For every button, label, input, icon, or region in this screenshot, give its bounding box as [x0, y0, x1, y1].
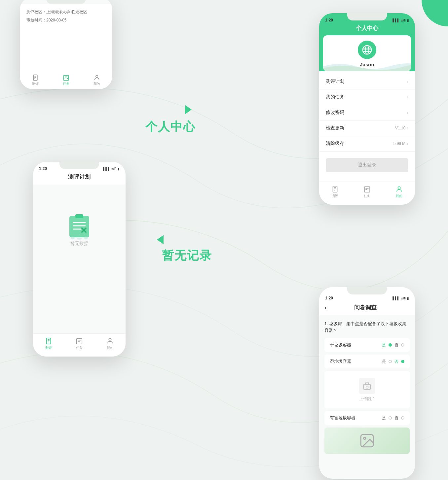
review-time: 审核时间：2020-08-05	[26, 17, 106, 23]
menu-item-change-pw[interactable]: 修改密码 ›	[319, 105, 415, 120]
svg-point-28	[71, 237, 75, 239]
chevron-pw: ›	[407, 110, 408, 115]
chevron-tasks: ›	[407, 94, 408, 100]
phone-top-left: 测评校区：上海海洋大学-临港校区 审核时间：2020-08-05 测评 任务	[20, 0, 112, 89]
mine-tab-icon	[395, 186, 403, 193]
upload-area[interactable]: 上传图片	[324, 371, 410, 408]
battery-icon-a: ▮	[118, 167, 120, 171]
tab-assessment-tl[interactable]: 测评	[32, 74, 39, 86]
menu-label-change-pw: 修改密码	[326, 110, 344, 116]
option-harmful-waste: 有害垃圾容器 是 否	[324, 411, 410, 425]
tab-label-assessment-a: 测评	[45, 346, 52, 350]
section-label-personal: 个人中心	[145, 119, 196, 135]
battery-icon-s: ▮	[407, 296, 409, 300]
phone-survey: 1:20 ▌▌▌ wifi ▮ ‹ 问卷调查 1. 垃圾房、集中点是否配备了以下…	[319, 287, 415, 479]
empty-state: 暂无数据	[33, 185, 126, 247]
status-icons-personal: ▌▌▌ wifi ▮	[392, 18, 409, 22]
option-dry-waste: 干垃圾容器 是 否	[324, 338, 410, 352]
menu-item-clear-cache[interactable]: 清除缓存 5.99 M ›	[319, 136, 415, 152]
status-time-assessment: 1:20	[39, 166, 47, 171]
svg-point-7	[96, 75, 98, 78]
status-icons-survey: ▌▌▌ wifi ▮	[392, 296, 409, 300]
tab-label-task-a: 任务	[76, 346, 83, 350]
chevron-cache: ›	[407, 141, 408, 146]
radio-yes-harmful[interactable]	[389, 416, 392, 420]
option-wet-waste: 湿垃圾容器 是 否	[324, 355, 410, 368]
radio-yes-label-harmful: 是	[382, 415, 386, 421]
signal-icon-a: ▌▌▌	[103, 167, 110, 171]
tab-assessment-a[interactable]: 测评	[45, 337, 52, 350]
menu-right-pw: ›	[407, 110, 408, 115]
radio-group-harmful: 是 否	[382, 415, 404, 421]
option-label-harmful: 有害垃圾容器	[330, 415, 355, 421]
phone-notch-survey	[347, 287, 387, 294]
radio-group-wet: 是 否	[382, 359, 404, 364]
version-value: V1.10	[395, 126, 405, 130]
survey-header: ‹ 问卷调查	[319, 301, 415, 315]
radio-yes-wet[interactable]	[389, 360, 392, 363]
avatar	[358, 41, 376, 59]
wifi-icon-s: wifi	[401, 296, 406, 300]
menu-label-my-tasks: 我的任务	[326, 94, 344, 100]
task-icon-a	[76, 337, 83, 345]
task-tab-icon	[363, 186, 371, 193]
tab-task-personal[interactable]: 任务	[363, 186, 371, 198]
svg-point-29	[77, 238, 82, 240]
option-label-dry: 干垃圾容器	[330, 342, 351, 348]
menu-label-clear-cache: 清除缓存	[326, 141, 344, 147]
assessment-tab-icon	[331, 186, 339, 193]
radio-no-harmful[interactable]	[401, 416, 404, 420]
battery-icon: ▮	[407, 18, 409, 22]
tab-assessment-personal[interactable]: 测评	[331, 186, 339, 198]
phone-notch-assessment	[59, 162, 99, 169]
empty-icon	[66, 211, 93, 241]
radio-no-label-dry: 否	[394, 342, 398, 348]
svg-point-38	[109, 339, 111, 341]
status-time-personal: 1:20	[325, 18, 333, 22]
phone-notch-personal	[347, 13, 387, 20]
menu-label-assessment-plan: 测评计划	[326, 79, 344, 85]
signal-icon-s: ▌▌▌	[392, 296, 399, 300]
tab-label-assessment-tl: 测评	[32, 82, 39, 86]
svg-point-40	[366, 386, 368, 388]
menu-list: 测评计划 › 我的任务 › 修改密码 › 检查更新 V1.10 › 清除缓存	[319, 74, 415, 152]
radio-yes-dry[interactable]	[389, 343, 392, 347]
phone-notch-tl	[46, 0, 86, 4]
tab-label-task-tl: 任务	[63, 82, 69, 86]
menu-item-my-tasks[interactable]: 我的任务 ›	[319, 89, 415, 105]
tab-mine-personal[interactable]: 我的	[395, 186, 403, 198]
back-button[interactable]: ‹	[324, 304, 327, 311]
survey-question: 1. 垃圾房、集中点是否配备了以下垃圾收集容器？	[324, 321, 410, 333]
radio-no-dry[interactable]	[401, 343, 404, 347]
radio-no-wet[interactable]	[401, 360, 404, 363]
tab-task-a[interactable]: 任务	[76, 337, 83, 350]
tab-label-mine-a: 我的	[107, 346, 113, 350]
status-icons-assessment: ▌▌▌ wifi ▮	[103, 167, 120, 171]
survey-image	[324, 428, 410, 454]
bottom-tab-bar-tl: 测评 任务 我的	[20, 71, 112, 89]
svg-point-20	[398, 187, 400, 189]
survey-content: 1. 垃圾房、集中点是否配备了以下垃圾收集容器？ 干垃圾容器 是 否 湿垃圾容器…	[319, 315, 415, 459]
menu-item-assessment-plan[interactable]: 测评计划 ›	[319, 74, 415, 89]
tab-bar-assessment: 测评 任务 我的	[33, 333, 126, 357]
menu-item-check-update[interactable]: 检查更新 V1.10 ›	[319, 120, 415, 136]
radio-group-dry: 是 否	[382, 342, 404, 348]
menu-right-tasks: ›	[407, 94, 408, 100]
corner-decoration	[422, 0, 448, 26]
tab-task-tl[interactable]: 任务	[63, 74, 69, 86]
radio-yes-label-dry: 是	[382, 342, 386, 348]
logout-button[interactable]: 退出登录	[326, 158, 408, 172]
survey-page-title: 问卷调查	[329, 304, 402, 311]
tab-label-mine-personal: 我的	[396, 194, 402, 198]
personal-header: 1:20 ▌▌▌ wifi ▮ 个人中心 Jason	[319, 13, 415, 71]
phone-personal-center: 1:20 ▌▌▌ wifi ▮ 个人中心 Jason	[319, 13, 415, 205]
tab-mine-a[interactable]: 我的	[106, 337, 114, 350]
cache-size: 5.99 M	[393, 141, 406, 146]
menu-right-assessment: ›	[407, 79, 408, 84]
signal-icon: ▌▌▌	[392, 18, 399, 22]
menu-right-version: V1.10 ›	[395, 125, 408, 131]
tab-mine-tl[interactable]: 我的	[93, 74, 100, 86]
chevron-assessment: ›	[407, 79, 408, 84]
radio-no-label-harmful: 否	[394, 415, 398, 421]
tab-label-task-personal: 任务	[364, 194, 370, 198]
